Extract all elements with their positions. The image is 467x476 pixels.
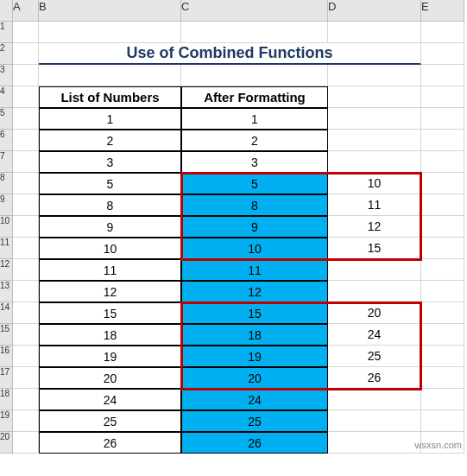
table-cell-b[interactable]: 18 — [39, 324, 181, 346]
cell[interactable] — [13, 151, 39, 173]
cell[interactable] — [13, 86, 39, 108]
row-header[interactable]: 19 — [0, 410, 13, 432]
table-cell-d[interactable] — [328, 259, 421, 281]
cell[interactable] — [13, 194, 39, 216]
cell[interactable] — [13, 130, 39, 151]
table-header-c[interactable]: After Formatting — [181, 86, 328, 108]
table-cell-c[interactable]: 9 — [181, 216, 328, 238]
cell[interactable] — [421, 238, 464, 259]
table-cell-c[interactable]: 3 — [181, 151, 328, 173]
cell[interactable] — [13, 43, 39, 65]
cell[interactable] — [39, 65, 181, 86]
table-cell-c[interactable]: 1 — [181, 108, 328, 130]
table-cell-b[interactable]: 15 — [39, 302, 181, 324]
table-cell-b[interactable]: 25 — [39, 410, 181, 432]
table-cell-b[interactable]: 1 — [39, 108, 181, 130]
table-cell-d[interactable]: 20 — [328, 302, 421, 324]
row-header[interactable]: 20 — [0, 432, 13, 454]
cell[interactable] — [328, 22, 421, 43]
cell[interactable] — [421, 324, 464, 346]
row-header[interactable]: 16 — [0, 346, 13, 367]
table-cell-d[interactable]: 12 — [328, 216, 421, 238]
row-header[interactable]: 11 — [0, 238, 13, 259]
cell[interactable] — [421, 410, 464, 432]
cell[interactable] — [421, 216, 464, 238]
table-cell-b[interactable]: 19 — [39, 346, 181, 367]
table-cell-c[interactable]: 12 — [181, 281, 328, 302]
table-cell-d[interactable] — [328, 151, 421, 173]
table-cell-b[interactable]: 26 — [39, 432, 181, 454]
table-cell-c[interactable]: 11 — [181, 259, 328, 281]
table-cell-d[interactable]: 25 — [328, 346, 421, 367]
cell[interactable] — [421, 43, 464, 65]
cell[interactable] — [13, 238, 39, 259]
row-header[interactable]: 13 — [0, 281, 13, 302]
col-header-D[interactable]: D — [328, 0, 421, 22]
cell[interactable] — [13, 108, 39, 130]
cell[interactable] — [421, 302, 464, 324]
table-cell-c[interactable]: 25 — [181, 410, 328, 432]
cell[interactable] — [13, 173, 39, 194]
col-header-E[interactable]: E — [421, 0, 464, 22]
row-header[interactable]: 3 — [0, 65, 13, 86]
cell[interactable] — [13, 410, 39, 432]
table-cell-b[interactable]: 3 — [39, 151, 181, 173]
cell[interactable] — [421, 22, 464, 43]
table-cell-c[interactable]: 20 — [181, 367, 328, 389]
table-cell-c[interactable]: 18 — [181, 324, 328, 346]
cell[interactable] — [421, 130, 464, 151]
table-cell-c[interactable]: 5 — [181, 173, 328, 194]
table-cell-d[interactable]: 10 — [328, 173, 421, 194]
row-header[interactable]: 7 — [0, 151, 13, 173]
col-header-B[interactable]: B — [39, 0, 181, 22]
table-cell-d[interactable]: 26 — [328, 367, 421, 389]
cell[interactable] — [421, 173, 464, 194]
cell[interactable] — [421, 151, 464, 173]
table-cell-b[interactable]: 2 — [39, 130, 181, 151]
cell[interactable] — [13, 65, 39, 86]
cell[interactable] — [421, 65, 464, 86]
table-cell-b[interactable]: 8 — [39, 194, 181, 216]
cell[interactable] — [421, 86, 464, 108]
table-cell-b[interactable]: 11 — [39, 259, 181, 281]
row-header[interactable]: 14 — [0, 302, 13, 324]
cell[interactable] — [421, 346, 464, 367]
select-all-corner[interactable] — [0, 0, 13, 22]
table-cell-c[interactable]: 24 — [181, 389, 328, 410]
table-cell-b[interactable]: 5 — [39, 173, 181, 194]
cell[interactable] — [421, 259, 464, 281]
table-cell-c[interactable]: 2 — [181, 130, 328, 151]
row-header[interactable]: 18 — [0, 389, 13, 410]
cell[interactable] — [13, 216, 39, 238]
cell[interactable] — [13, 259, 39, 281]
table-cell-d[interactable] — [328, 281, 421, 302]
table-cell-c[interactable]: 19 — [181, 346, 328, 367]
cell[interactable] — [13, 346, 39, 367]
row-header[interactable]: 1 — [0, 22, 13, 43]
row-header[interactable]: 12 — [0, 259, 13, 281]
table-header-b[interactable]: List of Numbers — [39, 86, 181, 108]
row-header[interactable]: 2 — [0, 43, 13, 65]
cell[interactable] — [421, 108, 464, 130]
row-header[interactable]: 6 — [0, 130, 13, 151]
row-header[interactable]: 9 — [0, 194, 13, 216]
row-header[interactable]: 10 — [0, 216, 13, 238]
cell[interactable] — [13, 389, 39, 410]
cell[interactable] — [13, 302, 39, 324]
table-cell-d[interactable] — [328, 432, 421, 454]
cell[interactable] — [421, 281, 464, 302]
table-cell-c[interactable]: 8 — [181, 194, 328, 216]
cell[interactable] — [421, 194, 464, 216]
col-header-C[interactable]: C — [181, 0, 328, 22]
cell[interactable] — [13, 22, 39, 43]
cell[interactable] — [181, 65, 328, 86]
cell[interactable] — [181, 22, 328, 43]
cell[interactable] — [13, 367, 39, 389]
cell[interactable] — [13, 281, 39, 302]
row-header[interactable]: 5 — [0, 108, 13, 130]
table-cell-d[interactable] — [328, 130, 421, 151]
row-header[interactable]: 15 — [0, 324, 13, 346]
cell[interactable] — [421, 389, 464, 410]
row-header[interactable]: 4 — [0, 86, 13, 108]
table-cell-b[interactable]: 20 — [39, 367, 181, 389]
